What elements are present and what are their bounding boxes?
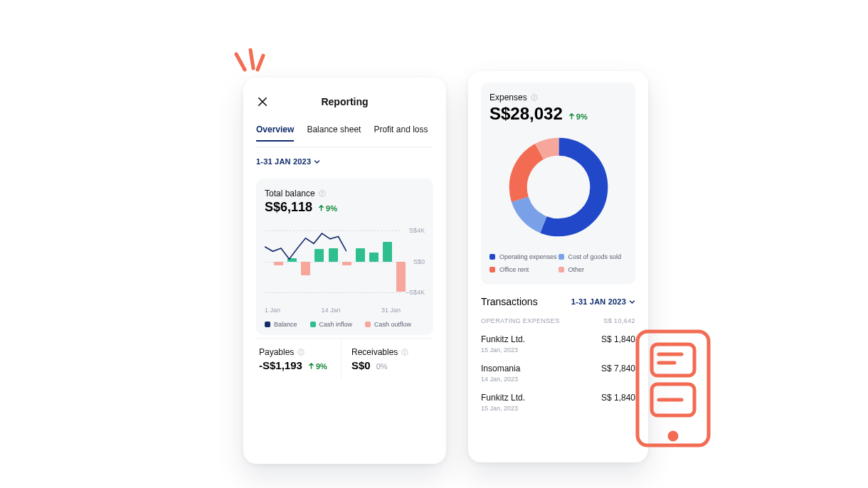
legend-swatch — [489, 267, 495, 272]
expenses-title: Expenses — [489, 92, 527, 102]
total-balance-delta: 9% — [318, 204, 337, 213]
tab-balance-sheet[interactable]: Balance sheet — [307, 124, 361, 142]
chevron-down-icon — [629, 299, 635, 305]
tx-name: Funkitz Ltd. — [481, 334, 525, 344]
svg-point-9 — [669, 433, 677, 440]
page-title: Reporting — [256, 96, 433, 107]
tx-name: Insomania — [481, 364, 520, 373]
total-balance-value: S$6,118 — [265, 200, 312, 215]
xtick: 1 Jan — [265, 307, 280, 314]
ytick: –S$4K — [406, 289, 425, 296]
svg-point-7 — [534, 96, 534, 97]
payables-value: -S$1,193 — [259, 359, 302, 371]
tx-group-total: S$ 10,642 — [603, 317, 635, 324]
expenses-card: Expenses S$28,032 9% Operating expensesC… — [468, 71, 648, 462]
receivables-cell[interactable]: Receivables S$0 0% — [341, 339, 433, 378]
tab-overview[interactable]: Overview — [256, 124, 294, 142]
cash-inflow-bar — [383, 242, 392, 261]
donut-legend: Operating expensesCost of goods soldOffi… — [489, 253, 627, 273]
payables-delta: 9% — [308, 362, 327, 371]
receivables-pct: 0% — [376, 362, 388, 371]
xtick: 31 Jan — [381, 307, 401, 314]
info-icon[interactable] — [297, 349, 305, 356]
info-icon[interactable] — [319, 190, 326, 197]
chart-legend: Balance Cash inflow Cash outflow — [265, 321, 425, 328]
ytick: S$0 — [413, 258, 425, 265]
tx-group-label: OPERATING EXPENSES — [481, 317, 560, 324]
donut-legend-item: Operating expenses — [489, 253, 559, 260]
tx-date: 14 Jan, 2023 — [481, 376, 520, 383]
legend-swatch — [489, 254, 495, 260]
chevron-down-icon — [314, 159, 320, 165]
cash-outflow-bar — [396, 262, 406, 292]
tabs: Overview Balance sheet Profit and loss — [256, 124, 433, 142]
svg-point-1 — [322, 192, 322, 193]
info-icon[interactable] — [401, 349, 408, 356]
ytick: S$4K — [409, 227, 425, 234]
date-range-label: 1-31 JAN 2023 — [256, 157, 311, 166]
legend-swatch — [559, 254, 564, 260]
svg-rect-10 — [652, 344, 694, 376]
svg-point-3 — [301, 351, 302, 351]
legend-swatch — [559, 267, 564, 272]
balance-chart: S$4K S$0 –S$4K — [265, 221, 425, 302]
svg-point-5 — [405, 351, 406, 351]
total-balance-card: Total balance S$6,118 9% S$4K S$0 –S$4K — [256, 179, 433, 335]
transaction-row[interactable]: Insomania14 Jan, 2023S$ 7,840 — [481, 364, 635, 383]
donut-legend-item: Cost of goods sold — [559, 253, 628, 260]
xtick: 14 Jan — [321, 307, 340, 314]
donut-legend-item: Other — [559, 266, 628, 273]
svg-rect-8 — [637, 331, 709, 445]
expenses-delta: 9% — [568, 112, 588, 121]
info-icon[interactable] — [531, 94, 538, 101]
cash-inflow-bar — [369, 253, 379, 261]
receivables-value: S$0 — [351, 359, 371, 371]
transactions-date-range[interactable]: 1-31 JAN 2023 — [571, 297, 635, 306]
transaction-row[interactable]: Funkitz Ltd.15 Jan, 2023S$ 1,840 — [481, 393, 635, 412]
expenses-donut-chart — [505, 134, 612, 240]
payables-cell[interactable]: Payables -S$1,193 9% — [256, 339, 341, 378]
decor-phone-doodle — [630, 326, 716, 454]
expenses-value: S$28,032 — [489, 104, 563, 124]
transaction-row[interactable]: Funkitz Ltd.15 Jan, 2023S$ 1,840 — [481, 334, 635, 354]
total-balance-title: Total balance — [265, 189, 315, 198]
tx-date: 15 Jan, 2023 — [481, 346, 525, 354]
tx-date: 15 Jan, 2023 — [481, 405, 525, 412]
tx-name: Funkitz Ltd. — [481, 393, 525, 403]
transactions-title: Transactions — [481, 296, 538, 307]
close-icon[interactable] — [256, 95, 269, 108]
reporting-card: Reporting Overview Balance sheet Profit … — [243, 78, 446, 464]
tab-profit-and-loss[interactable]: Profit and loss — [374, 124, 428, 142]
cash-inflow-bar — [356, 248, 365, 262]
donut-legend-item: Office rent — [489, 266, 559, 273]
date-range-picker[interactable]: 1-31 JAN 2023 — [256, 157, 320, 166]
